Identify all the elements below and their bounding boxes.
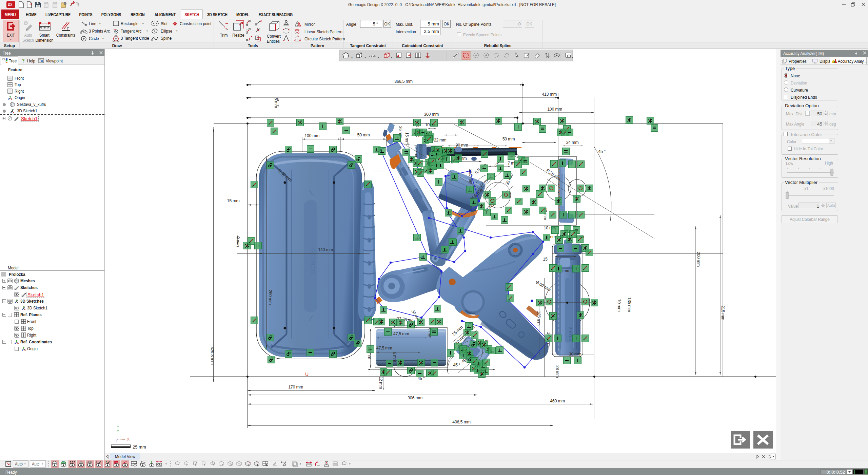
svg-text:260 mm: 260 mm [268,290,273,305]
svg-text:135 mm: 135 mm [627,297,632,312]
svg-text:170 mm: 170 mm [288,385,303,390]
svg-text:135 mm: 135 mm [536,311,541,325]
svg-text:215 mm: 215 mm [721,305,725,320]
svg-text:200 mm: 200 mm [696,252,701,267]
svg-text:X: X [127,437,130,442]
svg-text:GSYNCO: GSYNCO [309,248,316,274]
svg-text:460 mm: 460 mm [550,399,565,403]
svg-text:22 mm: 22 mm [434,138,447,142]
svg-text:A: A [25,21,27,25]
svg-text:Z: Z [116,438,118,443]
svg-text:▾: ▾ [351,56,353,59]
svg-text:▾: ▾ [378,56,379,59]
svg-text:U: U [305,372,309,377]
svg-text:ZHIYUN: ZHIYUN [568,327,572,341]
svg-text:45 °: 45 ° [453,363,460,367]
svg-text:50 mm: 50 mm [357,133,370,137]
svg-text:0 mm: 0 mm [236,236,240,247]
svg-text:?: ? [22,58,25,63]
svg-text:45 °: 45 ° [598,149,606,154]
svg-text:28 mm: 28 mm [555,365,560,378]
svg-text:25 mm: 25 mm [133,444,146,450]
svg-text:100 mm: 100 mm [304,133,319,138]
svg-text:50 mm: 50 mm [502,137,515,141]
svg-text:70 mm: 70 mm [617,299,622,312]
svg-text:140 mm: 140 mm [318,247,333,252]
svg-text:329,8 mm: 329,8 mm [210,346,215,365]
svg-text:406,5 mm: 406,5 mm [452,420,471,424]
svg-text:Y: Y [117,425,119,430]
svg-text:100 mm: 100 mm [547,107,562,112]
svg-text:▾: ▾ [391,56,392,59]
svg-text:47,5 mm: 47,5 mm [393,331,409,336]
svg-text:15: 15 [543,257,548,262]
svg-text:24 mm: 24 mm [566,140,579,145]
svg-text:413 mm: 413 mm [542,92,557,97]
svg-text:47,5 mm: 47,5 mm [376,346,392,350]
svg-text:12 mm: 12 mm [378,377,383,389]
svg-text:▾: ▾ [572,56,573,59]
svg-text:15 mm: 15 mm [405,132,409,145]
svg-text:30 mm: 30 mm [569,352,581,357]
svg-text:360 mm: 360 mm [424,112,439,117]
svg-text:90 mm: 90 mm [456,143,468,148]
svg-text:306 mm: 306 mm [408,396,422,400]
svg-text:▾: ▾ [364,56,366,59]
svg-text:15 mm: 15 mm [227,198,240,203]
svg-text:366,5 mm: 366,5 mm [394,79,413,84]
svg-text:5 mm: 5 mm [274,98,278,108]
